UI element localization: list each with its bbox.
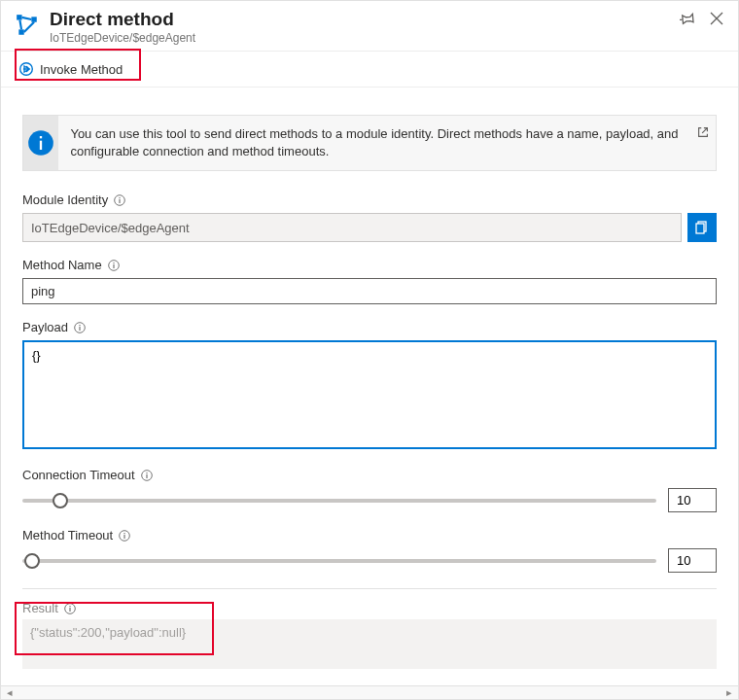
module-identity-field (22, 213, 682, 242)
copy-button[interactable] (687, 213, 717, 242)
info-tooltip-icon[interactable] (108, 260, 120, 271)
scroll-left-icon[interactable]: ◂ (3, 686, 17, 699)
invoke-method-label: Invoke Method (40, 62, 123, 77)
info-tooltip-icon[interactable] (119, 530, 130, 542)
method-name-field[interactable] (22, 278, 717, 304)
panel-header: Direct method IoTEdgeDevice/$edgeAgent (1, 1, 738, 52)
svg-rect-8 (120, 199, 121, 203)
svg-rect-20 (146, 472, 147, 473)
connection-timeout-slider[interactable] (22, 491, 656, 510)
svg-rect-9 (120, 197, 121, 198)
info-icon (23, 116, 58, 170)
method-timeout-label: Method Timeout (22, 528, 717, 542)
svg-rect-5 (40, 141, 42, 150)
toolbar: Invoke Method (1, 52, 738, 88)
result-output: {"status":200,"payload":null} (22, 619, 717, 669)
svg-rect-0 (17, 15, 21, 19)
payload-group: Payload (22, 320, 717, 452)
info-banner-text: You can use this tool to send direct met… (58, 116, 690, 170)
svg-rect-13 (113, 264, 114, 268)
info-tooltip-icon[interactable] (74, 322, 86, 333)
close-icon[interactable] (709, 11, 724, 29)
result-label: Result (22, 601, 717, 615)
svg-rect-6 (40, 136, 42, 138)
page-subtitle: IoTEdgeDevice/$edgeAgent (50, 31, 670, 45)
method-timeout-value[interactable] (668, 548, 717, 573)
pin-icon[interactable] (680, 11, 695, 29)
method-name-label: Method Name (22, 258, 717, 272)
method-timeout-slider[interactable] (22, 551, 656, 571)
svg-rect-14 (113, 262, 114, 263)
svg-rect-16 (79, 327, 80, 331)
svg-rect-25 (69, 608, 70, 612)
module-identity-label: Module Identity (22, 192, 717, 207)
horizontal-scrollbar[interactable]: ◂ ▸ (1, 685, 738, 699)
payload-label: Payload (22, 320, 717, 334)
info-tooltip-icon[interactable] (64, 603, 76, 614)
method-timeout-group: Method Timeout (22, 528, 717, 573)
header-actions (680, 9, 724, 29)
page-title: Direct method (50, 9, 670, 30)
direct-method-icon (15, 13, 40, 38)
info-tooltip-icon[interactable] (114, 194, 125, 206)
connection-timeout-value[interactable] (668, 488, 717, 512)
panel-body: You can use this tool to send direct met… (1, 88, 738, 685)
svg-rect-26 (69, 606, 70, 607)
info-banner: You can use this tool to send direct met… (22, 115, 717, 171)
connection-timeout-label: Connection Timeout (22, 468, 717, 482)
svg-rect-19 (146, 474, 147, 478)
svg-rect-23 (124, 533, 125, 534)
connection-timeout-group: Connection Timeout (22, 468, 717, 512)
divider (22, 588, 717, 589)
svg-rect-2 (18, 29, 23, 34)
module-identity-group: Module Identity (22, 192, 717, 242)
svg-rect-1 (31, 17, 36, 21)
external-link-icon[interactable] (691, 116, 716, 170)
invoke-icon (18, 61, 34, 77)
header-titles: Direct method IoTEdgeDevice/$edgeAgent (50, 9, 670, 45)
payload-field[interactable] (22, 340, 717, 449)
scroll-right-icon[interactable]: ▸ (722, 686, 736, 699)
svg-rect-11 (696, 224, 704, 233)
svg-rect-17 (79, 325, 80, 326)
slider-thumb[interactable] (53, 493, 68, 508)
method-name-group: Method Name (22, 258, 717, 304)
info-tooltip-icon[interactable] (141, 470, 153, 481)
slider-thumb[interactable] (24, 553, 40, 569)
svg-rect-22 (124, 535, 125, 539)
invoke-method-button[interactable]: Invoke Method (13, 57, 130, 81)
direct-method-panel: Direct method IoTEdgeDevice/$edgeAgent I… (0, 0, 739, 700)
